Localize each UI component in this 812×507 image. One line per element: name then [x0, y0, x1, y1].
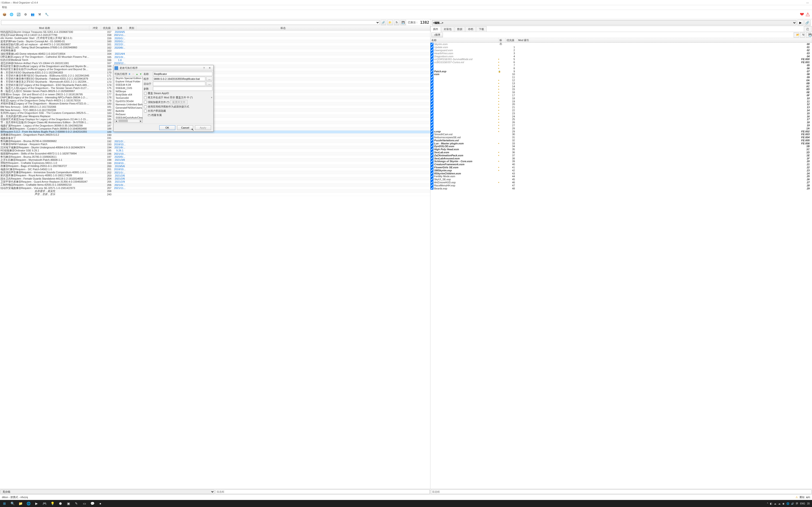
- tab-plugins[interactable]: 插件: [430, 26, 441, 32]
- plugin-row[interactable]: esm1008: [430, 73, 812, 76]
- dialog-close-icon[interactable]: ✕: [207, 66, 212, 69]
- app-icon-2[interactable]: 🎮: [41, 500, 48, 507]
- cancel-button[interactable]: Cancel: [177, 125, 193, 130]
- plugin-row[interactable]: ●2719: [430, 124, 812, 127]
- chrome-icon[interactable]: 🌐: [25, 500, 32, 507]
- plugin-row[interactable]: Fertility Mode.esm4425: [430, 175, 812, 178]
- plugin-row[interactable]: ●2517: [430, 118, 812, 121]
- exec-list-item[interactable]: Explore Virtual Folder: [115, 80, 142, 83]
- program-browse-button[interactable]: ...: [206, 77, 212, 81]
- endorse-icon[interactable]: ❤ ⚠: [800, 11, 810, 17]
- folder-button[interactable]: 📁: [387, 20, 393, 25]
- args-input[interactable]: [153, 87, 212, 91]
- plugin-row[interactable]: ●2113: [430, 106, 812, 109]
- moveup-exec-icon[interactable]: ▲: [135, 72, 139, 76]
- plugin-row[interactable]: High Poly Head.esm351C: [430, 148, 812, 151]
- tray-lang[interactable]: ENG: [800, 502, 805, 505]
- plugin-row[interactable]: ●170F: [430, 94, 812, 97]
- exec-list-item[interactable]: Nemesis Unlimited Behav: [115, 103, 142, 106]
- tray-app-icon[interactable]: ◧: [770, 502, 772, 505]
- col-priority[interactable]: 优先级: [101, 26, 113, 30]
- plugin-row[interactable]: FlowerGirls SE.esm●4122: [430, 166, 812, 169]
- app-icon-6[interactable]: ✎: [73, 500, 80, 507]
- app-icon-1[interactable]: ▶: [33, 500, 40, 507]
- exec-list-item[interactable]: TexGenx64: [115, 96, 142, 100]
- plugin-row[interactable]: SexLab.esm●361D: [430, 151, 812, 154]
- dialog-help-icon[interactable]: ?: [201, 67, 207, 69]
- tab-archive[interactable]: 存档: [465, 26, 476, 32]
- forceload-checkbox[interactable]: [144, 101, 147, 104]
- plugin-row[interactable]: Patch.esp🔒907: [430, 70, 812, 73]
- plugin-row[interactable]: ●160E: [430, 91, 812, 94]
- plugin-row[interactable]: ●2416: [430, 115, 812, 118]
- start-button[interactable]: ⊞: [1, 500, 8, 507]
- plugin-row[interactable]: fireburnscorpsesSE.esl31FE:004: [430, 136, 812, 139]
- menu-help[interactable]: 帮助: [2, 6, 7, 9]
- plugin-row[interactable]: ●1911: [430, 100, 812, 103]
- plugin-row[interactable]: ●281A: [430, 127, 812, 130]
- plugin-row[interactable]: ●2618: [430, 121, 812, 124]
- install-mod-icon[interactable]: 📦: [2, 12, 7, 17]
- col-category[interactable]: 类别: [127, 26, 136, 30]
- exec-list[interactable]: Skyrim Special Edition LauExplore Virtua…: [114, 76, 143, 119]
- pcol-name[interactable]: 名称: [430, 38, 499, 43]
- plugin-row[interactable]: Beards.esp4829: [430, 187, 812, 190]
- plugin-row[interactable]: SexLabAroused.esm381F: [430, 157, 812, 160]
- notify-icon[interactable]: ⚠: [796, 496, 798, 499]
- pcol-index[interactable]: Mod 索引: [517, 38, 812, 43]
- plugin-row[interactable]: ●120A: [430, 79, 812, 82]
- tray-volume-icon[interactable]: 🔊: [791, 502, 794, 505]
- exec-list-item[interactable]: SSEEdit 4.04: [115, 83, 142, 87]
- app-icon-4[interactable]: ⬢: [57, 500, 64, 507]
- plugin-filter[interactable]: [431, 490, 812, 494]
- mod-row[interactable]: BM New Armoury - DAR-38813-1-2-161720206…: [0, 105, 430, 108]
- exec-list-item[interactable]: Skyrim Special Edition Lau: [115, 76, 142, 80]
- profile-select[interactable]: [1, 20, 380, 25]
- tray-cloud-icon[interactable]: ☁: [774, 502, 776, 505]
- plugin-row[interactable]: ●140C: [430, 85, 812, 88]
- mod-row[interactable]: 术馆外景修正Legacy of The Dragonborn - Museum …: [0, 102, 430, 105]
- scroll-right-icon[interactable]: ►: [139, 119, 142, 122]
- tray-ime[interactable]: 拼: [796, 502, 798, 505]
- plugin-row[interactable]: ●2214: [430, 109, 812, 112]
- steam-checkbox[interactable]: [144, 92, 147, 95]
- plugin-row[interactable]: ●705: [430, 64, 812, 67]
- plugin-row[interactable]: SmoothCam.esl30FE:003: [430, 133, 812, 136]
- refresh-icon[interactable]: 🔄: [16, 12, 21, 17]
- exec-list-item[interactable]: SSEEdit_CHS: [115, 87, 142, 90]
- startin-input[interactable]: [153, 82, 205, 86]
- shortcut-checkbox[interactable]: [144, 105, 147, 108]
- plugin-row[interactable]: RaceMenuHH.esp4728: [430, 184, 812, 187]
- app-icon-7[interactable]: ▭: [81, 500, 88, 507]
- plugin-row[interactable]: ccQDRSSE001-SurvivalMode.esl●5FE:000: [430, 58, 812, 61]
- app-icon-8[interactable]: 💬: [89, 500, 96, 507]
- plugin-row[interactable]: ●2012: [430, 103, 812, 106]
- sort-button[interactable]: ↕排序: [432, 33, 443, 37]
- plugin-row[interactable]: DynDOLOD.esm341B: [430, 145, 812, 148]
- plugin-row[interactable]: HearthFires.esm303: [430, 52, 812, 55]
- exec-hscroll[interactable]: ◄ ►: [114, 119, 143, 123]
- exec-list-item[interactable]: ReSaver: [115, 113, 142, 116]
- plugin-row[interactable]: SMSkyrim.esp●4223: [430, 169, 812, 172]
- plugin-row[interactable]: s.esp●29FE:002: [430, 130, 812, 133]
- pcol-priority[interactable]: 优先级: [506, 38, 517, 43]
- settings-icon[interactable]: 🔧: [44, 12, 49, 17]
- movedown-exec-icon[interactable]: ▼: [139, 72, 142, 76]
- scroll-thumb[interactable]: [118, 120, 128, 122]
- plugin-row[interactable]: ccBGSSSE037-Curios.esl●6FE:001: [430, 61, 812, 64]
- exec-list-item[interactable]: NifSkope: [115, 90, 142, 93]
- mod-list[interactable]: 特的战利品Skyrim Unique Treasures SE-5261-4-4…: [0, 31, 430, 489]
- app-icon-5[interactable]: ▣: [65, 500, 72, 507]
- config-libs-button[interactable]: 配置库文件: [170, 100, 188, 104]
- app-icon-3[interactable]: 💡: [49, 500, 56, 507]
- exec-list-item[interactable]: DynDOLODx64: [115, 100, 142, 103]
- tab-packages[interactable]: 封装包: [441, 26, 454, 32]
- tray-chevron-icon[interactable]: ^: [767, 502, 768, 505]
- restore-button[interactable]: ↻: [394, 20, 399, 25]
- plugin-row[interactable]: RSkyrimChildren.esm4324: [430, 172, 812, 175]
- run-button[interactable]: ▶: [798, 20, 804, 25]
- plugin-row[interactable]: ●806: [430, 67, 812, 70]
- plugin-row[interactable]: ●150D: [430, 88, 812, 91]
- tab-download[interactable]: 下载: [476, 26, 487, 32]
- apply-button[interactable]: Apply: [195, 125, 211, 130]
